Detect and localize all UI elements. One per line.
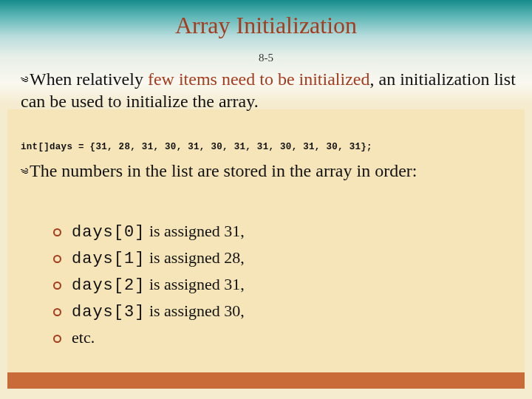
list-item: days[0] is assigned 31, <box>53 219 517 245</box>
list-item: days[1] is assigned 28, <box>53 245 517 272</box>
para1-pre: When relatively <box>30 69 148 89</box>
list-item-text: etc. <box>72 328 95 347</box>
list-item: days[2] is assigned 31, <box>53 272 517 299</box>
list-item-text: is assigned 31, <box>145 222 244 240</box>
list-item-text: is assigned 31, <box>145 275 244 293</box>
para1-emph: few items need to be initialized <box>148 69 370 89</box>
sublist: days[0] is assigned 31, days[1] is assig… <box>53 219 517 352</box>
code-line: int[]days = {31, 28, 31, 30, 31, 30, 31,… <box>21 142 517 152</box>
bullet-icon: ༄ <box>21 72 28 89</box>
slide-title: Array Initialization <box>0 12 532 39</box>
paragraph-2: ༄The numbers in the list are stored in t… <box>21 160 517 182</box>
hollow-bullet-icon <box>53 228 61 236</box>
list-item-code: days[3] <box>72 303 145 321</box>
list-item: days[3] is assigned 30, <box>53 299 517 325</box>
list-item: etc. <box>53 325 517 352</box>
hollow-bullet-icon <box>53 335 61 343</box>
list-item-text: is assigned 28, <box>145 248 244 267</box>
list-item-code: days[2] <box>72 276 145 295</box>
bullet-icon: ༄ <box>21 164 28 180</box>
paragraph-1: ༄When relatively few items need to be in… <box>21 68 517 112</box>
hollow-bullet-icon <box>53 255 61 263</box>
list-item-code: days[0] <box>72 223 145 242</box>
hollow-bullet-icon <box>53 282 61 290</box>
page-number: 8-5 <box>0 52 532 64</box>
list-item-text: is assigned 30, <box>145 301 244 320</box>
para2-text: The numbers in the list are stored in th… <box>30 161 417 180</box>
footer-bar <box>7 372 525 389</box>
list-item-code: days[1] <box>72 250 145 268</box>
hollow-bullet-icon <box>53 308 61 316</box>
